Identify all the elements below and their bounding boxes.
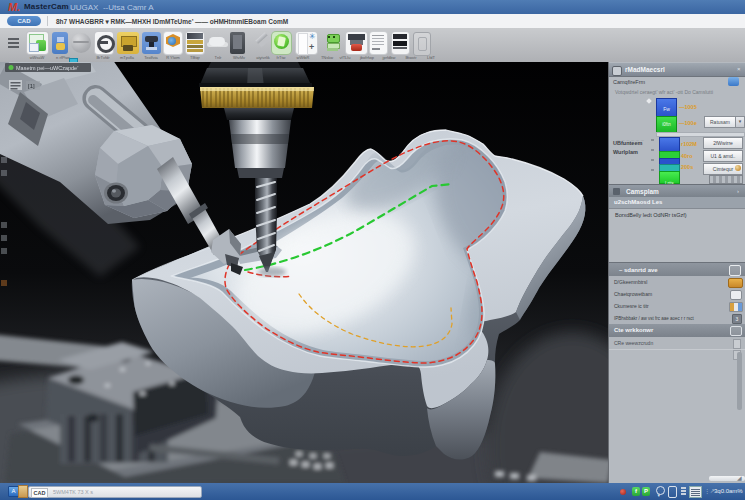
svg-text:[1]: [1] (28, 83, 35, 89)
svg-text:Masetm pei—uWCzapde’: Masetm pei—uWCzapde’ (16, 65, 78, 71)
